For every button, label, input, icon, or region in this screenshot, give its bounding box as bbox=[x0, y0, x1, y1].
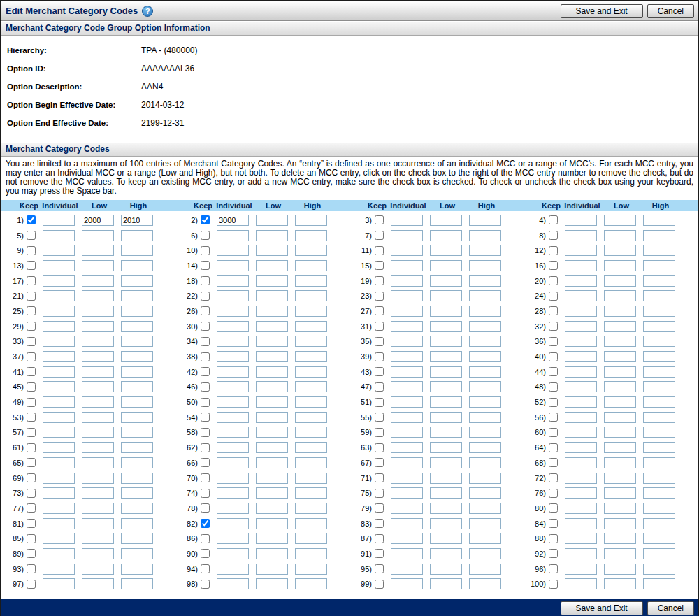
high-input[interactable] bbox=[121, 564, 153, 575]
high-input[interactable] bbox=[469, 215, 501, 226]
low-input[interactable] bbox=[256, 503, 288, 514]
high-input[interactable] bbox=[121, 503, 153, 514]
high-input[interactable] bbox=[295, 396, 327, 408]
high-input[interactable] bbox=[643, 336, 675, 347]
low-input[interactable] bbox=[604, 457, 636, 468]
low-input[interactable] bbox=[256, 230, 288, 241]
keep-checkbox[interactable] bbox=[549, 261, 558, 270]
high-input[interactable] bbox=[643, 290, 675, 301]
low-input[interactable] bbox=[604, 412, 636, 423]
high-input[interactable] bbox=[469, 457, 501, 468]
individual-input[interactable] bbox=[217, 351, 249, 362]
individual-input[interactable] bbox=[43, 578, 75, 589]
individual-input[interactable] bbox=[217, 442, 249, 453]
high-input[interactable] bbox=[121, 366, 153, 378]
keep-checkbox[interactable] bbox=[549, 215, 558, 224]
high-input[interactable] bbox=[295, 564, 327, 575]
high-input[interactable] bbox=[295, 503, 327, 514]
keep-checkbox[interactable] bbox=[549, 580, 558, 589]
keep-checkbox[interactable] bbox=[375, 458, 384, 467]
low-input[interactable] bbox=[604, 548, 636, 559]
high-input[interactable] bbox=[121, 215, 153, 226]
low-input[interactable] bbox=[256, 564, 288, 575]
low-input[interactable] bbox=[256, 427, 288, 438]
keep-checkbox[interactable] bbox=[549, 292, 558, 301]
keep-checkbox[interactable] bbox=[27, 428, 36, 437]
individual-input[interactable] bbox=[43, 275, 75, 287]
keep-checkbox[interactable] bbox=[27, 458, 36, 467]
keep-checkbox[interactable] bbox=[27, 306, 36, 315]
individual-input[interactable] bbox=[391, 412, 423, 423]
high-input[interactable] bbox=[121, 442, 153, 453]
keep-checkbox[interactable] bbox=[27, 473, 36, 482]
high-input[interactable] bbox=[121, 245, 153, 256]
individual-input[interactable] bbox=[565, 290, 597, 301]
high-input[interactable] bbox=[121, 336, 153, 347]
low-input[interactable] bbox=[430, 578, 462, 589]
individual-input[interactable] bbox=[43, 306, 75, 317]
low-input[interactable] bbox=[430, 321, 462, 332]
high-input[interactable] bbox=[643, 487, 675, 499]
high-input[interactable] bbox=[121, 306, 153, 317]
individual-input[interactable] bbox=[217, 564, 249, 575]
individual-input[interactable] bbox=[391, 215, 423, 226]
keep-checkbox[interactable] bbox=[375, 246, 384, 255]
high-input[interactable] bbox=[469, 533, 501, 544]
high-input[interactable] bbox=[121, 578, 153, 589]
keep-checkbox[interactable] bbox=[201, 428, 210, 437]
high-input[interactable] bbox=[121, 351, 153, 362]
keep-checkbox[interactable] bbox=[27, 261, 36, 270]
high-input[interactable] bbox=[643, 381, 675, 392]
low-input[interactable] bbox=[430, 548, 462, 559]
individual-input[interactable] bbox=[43, 321, 75, 332]
high-input[interactable] bbox=[295, 366, 327, 378]
high-input[interactable] bbox=[295, 230, 327, 241]
individual-input[interactable] bbox=[391, 336, 423, 347]
individual-input[interactable] bbox=[565, 336, 597, 347]
low-input[interactable] bbox=[256, 487, 288, 499]
keep-checkbox[interactable] bbox=[201, 398, 210, 407]
high-input[interactable] bbox=[295, 260, 327, 271]
low-input[interactable] bbox=[430, 260, 462, 271]
high-input[interactable] bbox=[469, 578, 501, 589]
individual-input[interactable] bbox=[391, 230, 423, 241]
keep-checkbox[interactable] bbox=[375, 564, 384, 573]
keep-checkbox[interactable] bbox=[201, 215, 210, 224]
individual-input[interactable] bbox=[43, 412, 75, 423]
high-input[interactable] bbox=[469, 321, 501, 332]
high-input[interactable] bbox=[643, 396, 675, 408]
keep-checkbox[interactable] bbox=[549, 337, 558, 346]
low-input[interactable] bbox=[604, 366, 636, 378]
individual-input[interactable] bbox=[565, 564, 597, 575]
low-input[interactable] bbox=[256, 290, 288, 301]
individual-input[interactable] bbox=[217, 412, 249, 423]
high-input[interactable] bbox=[121, 290, 153, 301]
low-input[interactable] bbox=[82, 396, 114, 408]
keep-checkbox[interactable] bbox=[27, 231, 36, 240]
low-input[interactable] bbox=[430, 275, 462, 287]
individual-input[interactable] bbox=[43, 396, 75, 408]
high-input[interactable] bbox=[295, 412, 327, 423]
keep-checkbox[interactable] bbox=[375, 549, 384, 558]
high-input[interactable] bbox=[643, 548, 675, 559]
individual-input[interactable] bbox=[43, 351, 75, 362]
high-input[interactable] bbox=[643, 215, 675, 226]
keep-checkbox[interactable] bbox=[201, 261, 210, 270]
high-input[interactable] bbox=[643, 578, 675, 589]
low-input[interactable] bbox=[604, 578, 636, 589]
low-input[interactable] bbox=[604, 427, 636, 438]
save-and-exit-button-bottom[interactable]: Save and Exit bbox=[561, 601, 643, 615]
keep-checkbox[interactable] bbox=[201, 382, 210, 392]
low-input[interactable] bbox=[82, 275, 114, 287]
high-input[interactable] bbox=[643, 533, 675, 544]
keep-checkbox[interactable] bbox=[549, 564, 558, 573]
individual-input[interactable] bbox=[217, 578, 249, 589]
individual-input[interactable] bbox=[217, 503, 249, 514]
individual-input[interactable] bbox=[217, 275, 249, 287]
individual-input[interactable] bbox=[217, 427, 249, 438]
individual-input[interactable] bbox=[565, 487, 597, 499]
high-input[interactable] bbox=[469, 336, 501, 347]
high-input[interactable] bbox=[295, 290, 327, 301]
low-input[interactable] bbox=[82, 518, 114, 529]
keep-checkbox[interactable] bbox=[375, 382, 384, 392]
